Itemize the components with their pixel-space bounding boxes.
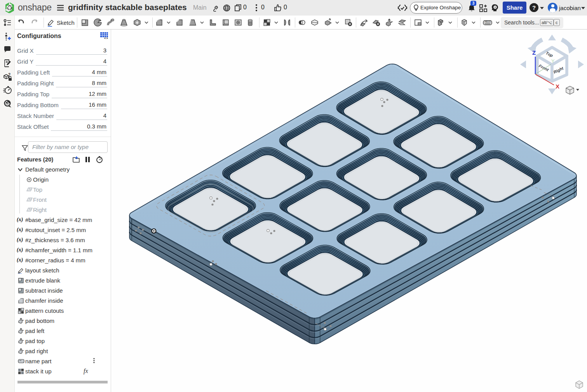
svg-text:Y: Y [551,58,555,64]
svg-text:HELLO: HELLO [485,21,491,23]
svg-text:Z: Z [532,49,536,56]
svg-text:X: X [556,83,559,90]
